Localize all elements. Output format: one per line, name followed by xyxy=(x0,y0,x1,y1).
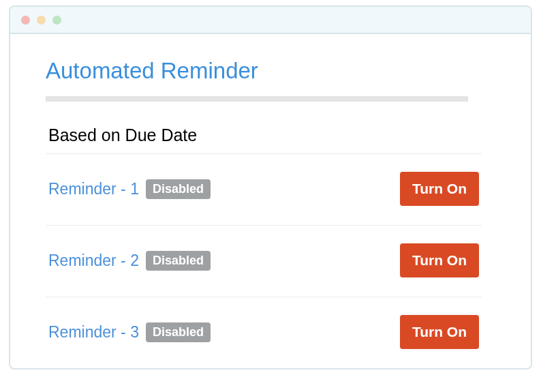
turn-on-button[interactable]: Turn On xyxy=(400,172,479,206)
turn-on-button[interactable]: Turn On xyxy=(400,243,479,277)
turn-on-button[interactable]: Turn On xyxy=(400,315,479,349)
reminder-list: Reminder - 1 Disabled Turn On Reminder -… xyxy=(46,153,482,368)
reminder-name-link[interactable]: Reminder - 3 xyxy=(48,323,139,342)
window-close-icon[interactable] xyxy=(21,16,30,25)
status-badge: Disabled xyxy=(146,322,211,342)
window-maximize-icon[interactable] xyxy=(52,16,61,25)
section-header: Based on Due Date xyxy=(46,125,495,153)
status-badge: Disabled xyxy=(146,251,211,271)
page-content: Automated Reminder Based on Due Date Rem… xyxy=(10,34,531,368)
reminder-row: Reminder - 3 Disabled Turn On xyxy=(46,297,482,368)
reminder-row: Reminder - 1 Disabled Turn On xyxy=(46,153,482,225)
title-divider xyxy=(46,96,468,102)
status-badge: Disabled xyxy=(146,179,211,199)
reminder-row: Reminder - 2 Disabled Turn On xyxy=(46,225,482,297)
page-title: Automated Reminder xyxy=(46,58,495,84)
window-titlebar xyxy=(10,7,531,34)
window-minimize-icon[interactable] xyxy=(37,16,46,25)
reminder-name-link[interactable]: Reminder - 2 xyxy=(48,252,139,270)
reminder-name-link[interactable]: Reminder - 1 xyxy=(48,180,139,198)
reminder-section: Based on Due Date Reminder - 1 Disabled … xyxy=(46,125,495,368)
browser-window: Automated Reminder Based on Due Date Rem… xyxy=(9,5,532,370)
